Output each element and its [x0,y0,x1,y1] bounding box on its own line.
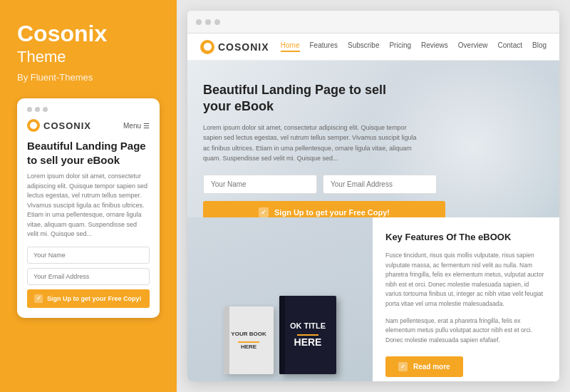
browser-dot-3 [214,19,220,25]
right-panel: COSONIX Home Features Subscribe Pricing … [177,0,570,392]
site-logo: COSONIX [200,40,269,54]
book-left: YOUR BOOK HERE [224,306,274,374]
mobile-card-body: Lorem ipsum dolor sit amet, consectetur … [27,172,150,239]
read-more-button[interactable]: ✓ Read more [385,356,463,377]
books-area: YOUR BOOK HERE OK TITLE HERE [187,217,373,381]
bottom-section: YOUR BOOK HERE OK TITLE HERE Key Feature… [187,217,559,381]
nav-item-overview[interactable]: Overview [458,41,488,52]
hero-check-icon: ✓ [259,207,269,217]
hero-signup-label: Sign Up to get your Free Copy! [274,208,390,217]
mobile-signup-label: Sign Up to get your Free Copy! [47,295,142,302]
book-left-line2: HERE [241,343,256,351]
read-more-label: Read more [413,363,450,371]
book-right-title: OK TITLE [290,321,326,331]
mobile-menu-label: Menu ☰ [123,122,150,130]
site-logo-icon-inner [204,43,212,51]
mobile-check-icon: ✓ [34,294,43,303]
book-right: OK TITLE HERE [279,296,336,374]
features-paragraph1: Fusce tincidunt, risus quis mollis vulpu… [385,251,546,309]
mobile-logo: COSONIX [27,119,91,132]
nav-links: Home Features Subscribe Pricing Reviews … [281,41,546,52]
hero-form-inputs [203,175,544,194]
mobile-email-input[interactable] [27,268,150,285]
nav-item-features[interactable]: Features [310,41,338,52]
mobile-dot-2 [35,107,40,112]
browser-dot-2 [205,19,211,25]
theme-title: Cosonix Theme By Fluent-Themes [17,21,160,83]
hero-title: Beautiful Landing Page to sell your eBoo… [203,82,403,115]
features-title: Key Features Of The eBOOK [385,232,546,242]
mobile-window-dots [27,107,150,112]
nav-item-pricing[interactable]: Pricing [389,41,411,52]
read-more-check-icon: ✓ [398,362,408,371]
features-paragraph2: Nam pellentesque, erat a pharetra fringi… [385,316,546,346]
nav-item-subscribe[interactable]: Subscribe [348,41,379,52]
site-navigation: COSONIX Home Features Subscribe Pricing … [187,33,559,61]
hero-email-input[interactable] [323,175,437,194]
nav-item-blog[interactable]: Blog [532,41,546,52]
site-logo-icon [200,40,214,54]
mobile-dot-1 [27,107,32,112]
browser-dot-1 [196,19,202,25]
book-left-line1: YOUR BOOK [231,330,266,338]
book-right-here: HERE [294,336,322,349]
mobile-name-input[interactable] [27,247,150,264]
mobile-dot-3 [43,107,48,112]
mobile-signup-button[interactable]: ✓ Sign Up to get your Free Copy! [27,289,150,308]
browser-window: COSONIX Home Features Subscribe Pricing … [187,11,559,381]
book-container: YOUR BOOK HERE OK TITLE HERE [224,296,336,381]
features-area: Key Features Of The eBOOK Fusce tincidun… [373,217,559,381]
mobile-card-heading: Beautiful Landing Page to sell your eBoo… [27,139,150,167]
mobile-logo-text: COSONIX [43,120,91,131]
hero-name-input[interactable] [203,175,317,194]
mobile-logo-icon [27,119,40,132]
mobile-logo-bar: COSONIX Menu ☰ [27,119,150,132]
site-logo-text: COSONIX [218,41,269,53]
hero-signup-button[interactable]: ✓ Sign Up to get your Free Copy! [203,201,445,217]
mobile-mockup-card: COSONIX Menu ☰ Beautiful Landing Page to… [17,98,160,318]
nav-item-home[interactable]: Home [281,41,300,52]
nav-item-contact[interactable]: Contact [498,41,522,52]
browser-chrome-bar [187,11,559,33]
hamburger-icon: ☰ [143,122,150,130]
mobile-logo-icon-inner [30,122,37,129]
hero-section: Beautiful Landing Page to sell your eBoo… [187,61,559,217]
nav-item-reviews[interactable]: Reviews [421,41,448,52]
left-panel: Cosonix Theme By Fluent-Themes COSONIX M… [0,0,177,392]
hero-body-text: Lorem ipsum dolor sit amet, consectetur … [203,123,417,164]
